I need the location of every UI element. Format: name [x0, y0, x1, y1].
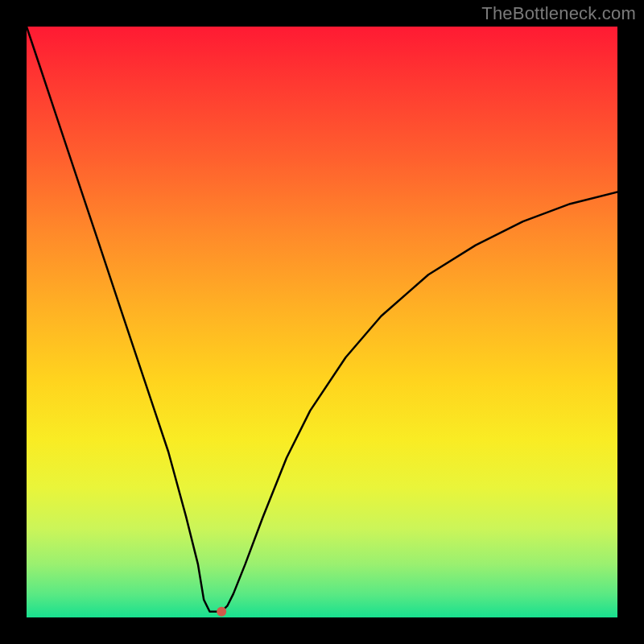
plot-area: [27, 27, 617, 617]
curve-svg: [27, 27, 617, 617]
bottleneck-curve: [27, 27, 617, 612]
chart-frame: TheBottleneck.com: [0, 0, 644, 644]
optimal-point-marker: [217, 607, 226, 617]
watermark-text: TheBottleneck.com: [481, 3, 636, 24]
